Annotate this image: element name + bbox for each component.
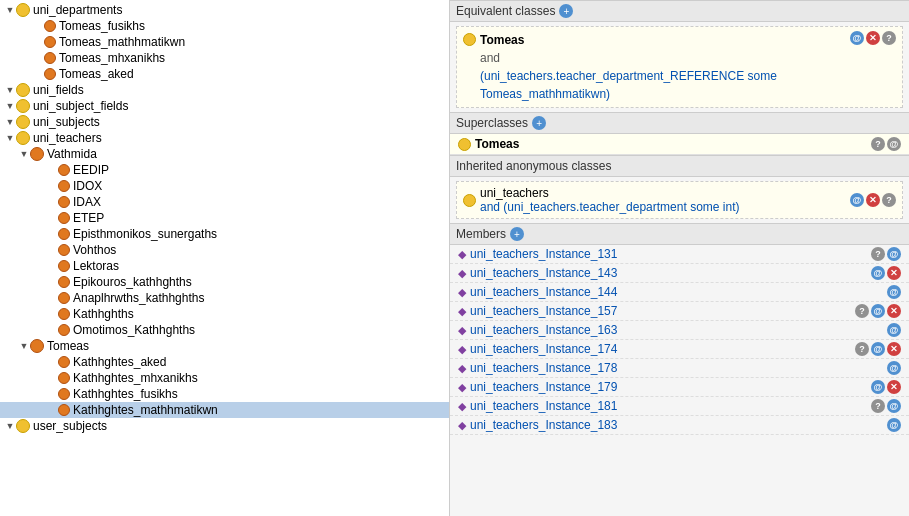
member-label[interactable]: uni_teachers_Instance_143 — [470, 266, 871, 280]
member-label[interactable]: uni_teachers_Instance_181 — [470, 399, 871, 413]
member-label[interactable]: uni_teachers_Instance_178 — [470, 361, 887, 375]
tree-item-Tomeas_aked[interactable]: Tomeas_aked — [0, 66, 449, 82]
tree-item-uni_subject_fields[interactable]: ▼uni_subject_fields — [0, 98, 449, 114]
member-label[interactable]: uni_teachers_Instance_163 — [470, 323, 887, 337]
member-row[interactable]: ◆uni_teachers_Instance_181?@ — [450, 397, 909, 416]
toggle-icon-uni_fields[interactable]: ▼ — [4, 84, 16, 96]
member-x-button[interactable]: ✕ — [887, 266, 901, 280]
member-at-button[interactable]: @ — [887, 361, 901, 375]
member-row[interactable]: ◆uni_teachers_Instance_157?@✕ — [450, 302, 909, 321]
tree-label-Omotimos_Kathhghths: Omotimos_Kathhghths — [73, 323, 195, 337]
toggle-icon-user_subjects[interactable]: ▼ — [4, 420, 16, 432]
member-label[interactable]: uni_teachers_Instance_131 — [470, 247, 871, 261]
tree-item-uni_departments[interactable]: ▼uni_departments — [0, 2, 449, 18]
node-icon-Tomeas_fusikhs — [44, 20, 56, 32]
member-at-button[interactable]: @ — [887, 285, 901, 299]
tree-item-IDAX[interactable]: IDAX — [0, 194, 449, 210]
member-at-button[interactable]: @ — [871, 266, 885, 280]
node-icon-uni_departments — [16, 3, 30, 17]
member-row[interactable]: ◆uni_teachers_Instance_179@✕ — [450, 378, 909, 397]
member-label[interactable]: uni_teachers_Instance_174 — [470, 342, 855, 356]
inherited-at-button[interactable]: @ — [850, 193, 864, 207]
toggle-icon-uni_subjects[interactable]: ▼ — [4, 116, 16, 128]
tree-item-Tomeas_mathhmatikwn[interactable]: Tomeas_mathhmatikwn — [0, 34, 449, 50]
member-q-button[interactable]: ? — [871, 399, 885, 413]
member-label[interactable]: uni_teachers_Instance_183 — [470, 418, 887, 432]
add-superclass-button[interactable]: + — [532, 116, 546, 130]
tree-item-Kathhghths[interactable]: Kathhghths — [0, 306, 449, 322]
members-header: Members + — [450, 223, 909, 245]
tree-item-Anaplhrwths_kathhghths[interactable]: Anaplhrwths_kathhghths — [0, 290, 449, 306]
member-at-button[interactable]: @ — [871, 380, 885, 394]
tree-item-Omotimos_Kathhghths[interactable]: Omotimos_Kathhghths — [0, 322, 449, 338]
toggle-icon-uni_teachers[interactable]: ▼ — [4, 132, 16, 144]
tree-item-Lektoras[interactable]: Lektoras — [0, 258, 449, 274]
member-row[interactable]: ◆uni_teachers_Instance_163@ — [450, 321, 909, 340]
toggle-icon-Tomeas[interactable]: ▼ — [18, 340, 30, 352]
toggle-icon-uni_subject_fields[interactable]: ▼ — [4, 100, 16, 112]
tree-item-EEDIP[interactable]: EEDIP — [0, 162, 449, 178]
superclass-name[interactable]: Tomeas — [475, 137, 519, 151]
inherited-x-button[interactable]: ✕ — [866, 193, 880, 207]
member-label[interactable]: uni_teachers_Instance_144 — [470, 285, 887, 299]
node-icon-Vohthos — [58, 244, 70, 256]
members-list: ◆uni_teachers_Instance_131?@◆uni_teacher… — [450, 245, 909, 435]
member-at-button[interactable]: @ — [887, 399, 901, 413]
tree-item-user_subjects[interactable]: ▼user_subjects — [0, 418, 449, 434]
tree-item-Epikouros_kathhghths[interactable]: Epikouros_kathhghths — [0, 274, 449, 290]
member-q-button[interactable]: ? — [871, 247, 885, 261]
equiv-q-button[interactable]: ? — [882, 31, 896, 45]
tree-item-Tomeas_fusikhs[interactable]: Tomeas_fusikhs — [0, 18, 449, 34]
equiv-x-button[interactable]: ✕ — [866, 31, 880, 45]
superclass-q-button[interactable]: ? — [871, 137, 885, 151]
member-x-button[interactable]: ✕ — [887, 342, 901, 356]
member-row[interactable]: ◆uni_teachers_Instance_174?@✕ — [450, 340, 909, 359]
tree-label-uni_fields: uni_fields — [33, 83, 84, 97]
member-row[interactable]: ◆uni_teachers_Instance_143@✕ — [450, 264, 909, 283]
node-icon-Anaplhrwths_kathhghths — [58, 292, 70, 304]
add-member-button[interactable]: + — [510, 227, 524, 241]
tree-label-Epikouros_kathhghths: Epikouros_kathhghths — [73, 275, 192, 289]
add-equivalent-button[interactable]: + — [559, 4, 573, 18]
member-label[interactable]: uni_teachers_Instance_157 — [470, 304, 855, 318]
equiv-ref-text[interactable]: (uni_teachers.teacher_department_REFEREN… — [480, 69, 777, 101]
tree-label-Vohthos: Vohthos — [73, 243, 116, 257]
member-x-button[interactable]: ✕ — [887, 380, 901, 394]
member-at-button[interactable]: @ — [871, 304, 885, 318]
tree-item-IDOX[interactable]: IDOX — [0, 178, 449, 194]
equiv-class-name[interactable]: Tomeas — [480, 33, 524, 47]
tree-item-Kathhghtes_mhxanikhs[interactable]: Kathhghtes_mhxanikhs — [0, 370, 449, 386]
tree-item-Kathhghtes_mathhmatikwn[interactable]: Kathhghtes_mathhmatikwn — [0, 402, 449, 418]
member-row[interactable]: ◆uni_teachers_Instance_144@ — [450, 283, 909, 302]
member-x-button[interactable]: ✕ — [887, 304, 901, 318]
tree-item-Tomeas[interactable]: ▼Tomeas — [0, 338, 449, 354]
member-row[interactable]: ◆uni_teachers_Instance_178@ — [450, 359, 909, 378]
member-at-button[interactable]: @ — [887, 323, 901, 337]
superclass-at-button[interactable]: @ — [887, 137, 901, 151]
tree-item-uni_fields[interactable]: ▼uni_fields — [0, 82, 449, 98]
tree-item-uni_subjects[interactable]: ▼uni_subjects — [0, 114, 449, 130]
member-at-button[interactable]: @ — [887, 418, 901, 432]
inherited-q-button[interactable]: ? — [882, 193, 896, 207]
tree-item-uni_teachers[interactable]: ▼uni_teachers — [0, 130, 449, 146]
member-q-button[interactable]: ? — [855, 304, 869, 318]
tree-item-Vohthos[interactable]: Vohthos — [0, 242, 449, 258]
tree-item-Kathhghtes_aked[interactable]: Kathhghtes_aked — [0, 354, 449, 370]
member-label[interactable]: uni_teachers_Instance_179 — [470, 380, 871, 394]
member-q-button[interactable]: ? — [855, 342, 869, 356]
equiv-at-button[interactable]: @ — [850, 31, 864, 45]
member-row[interactable]: ◆uni_teachers_Instance_131?@ — [450, 245, 909, 264]
member-at-button[interactable]: @ — [887, 247, 901, 261]
toggle-icon-Vathmida[interactable]: ▼ — [18, 148, 30, 160]
tree-label-Tomeas_mathhmatikwn: Tomeas_mathhmatikwn — [59, 35, 185, 49]
inherited-class-name[interactable]: uni_teachers — [480, 186, 549, 200]
member-at-button[interactable]: @ — [871, 342, 885, 356]
diamond-icon: ◆ — [458, 305, 466, 318]
tree-item-Episthmonikos_sunergaths[interactable]: Episthmonikos_sunergaths — [0, 226, 449, 242]
tree-item-Vathmida[interactable]: ▼Vathmida — [0, 146, 449, 162]
tree-item-Tomeas_mhxanikhs[interactable]: Tomeas_mhxanikhs — [0, 50, 449, 66]
tree-item-ETEP[interactable]: ETEP — [0, 210, 449, 226]
toggle-icon-uni_departments[interactable]: ▼ — [4, 4, 16, 16]
member-row[interactable]: ◆uni_teachers_Instance_183@ — [450, 416, 909, 435]
tree-item-Kathhghtes_fusikhs[interactable]: Kathhghtes_fusikhs — [0, 386, 449, 402]
